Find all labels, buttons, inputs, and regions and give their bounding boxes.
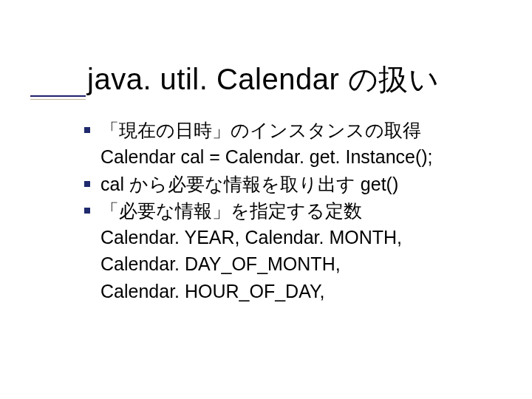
square-bullet-icon bbox=[84, 208, 90, 214]
slide-title: java. util. Calendar の扱い bbox=[87, 59, 439, 100]
slide: java. util. Calendar の扱い 「現在の日時」のインスタンスの… bbox=[0, 0, 532, 399]
slide-body: 「現在の日時」のインスタンスの取得 Calendar cal = Calenda… bbox=[100, 117, 514, 304]
list-item: 「現在の日時」のインスタンスの取得 Calendar cal = Calenda… bbox=[100, 117, 514, 171]
square-bullet-icon bbox=[84, 181, 90, 187]
text-line: Calendar. DAY_OF_MONTH, bbox=[100, 250, 514, 277]
text-line: Calendar. HOUR_OF_DAY, bbox=[100, 278, 514, 304]
title-underline bbox=[30, 95, 86, 97]
text-line: cal から必要な情報を取り出す get() bbox=[100, 171, 514, 197]
square-bullet-icon bbox=[84, 127, 90, 133]
list-item: cal から必要な情報を取り出す get() bbox=[100, 171, 514, 197]
list-item: 「必要な情報」を指定する定数 Calendar. YEAR, Calendar.… bbox=[100, 197, 514, 304]
text-line: 「必要な情報」を指定する定数 bbox=[100, 197, 514, 224]
text-line: 「現在の日時」のインスタンスの取得 bbox=[100, 117, 514, 143]
text-line: Calendar. YEAR, Calendar. MONTH, bbox=[100, 224, 514, 250]
text-line: Calendar cal = Calendar. get. Instance()… bbox=[100, 143, 514, 170]
